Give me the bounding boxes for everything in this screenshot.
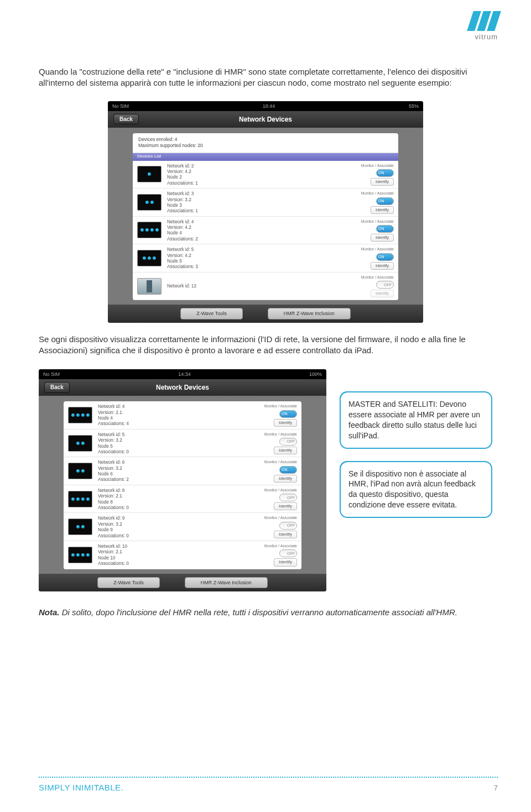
time-label: 14:34 — [178, 371, 191, 378]
device-icon — [137, 250, 162, 266]
note-paragraph: Nota. Di solito, dopo l'inclusione del H… — [39, 607, 492, 618]
monitor-label: Monitor / Associate — [361, 163, 394, 168]
devices-enrolled: Devices enroled: 4 — [138, 137, 393, 143]
callout-master-satelliti: MASTER and SATELLITI: Devono essere asso… — [340, 391, 492, 449]
carrier-label: No SIM — [112, 103, 129, 109]
device-meta: Network id: 12 — [167, 283, 361, 289]
bottom-toolbar: Z-Wave Tools HMR Z-Wave Inclusion — [108, 305, 423, 322]
device-controls: Monitor / AssociateOFFIdentify — [264, 543, 297, 567]
identify-button[interactable]: Identify — [371, 206, 394, 214]
brand-name: vitrum — [448, 32, 498, 42]
monitor-label: Monitor / Associate — [264, 432, 297, 437]
device-icon — [68, 518, 92, 535]
device-controls: Monitor / AssociateOFFIdentify — [264, 488, 297, 511]
monitor-label: Monitor / Associate — [264, 515, 297, 520]
device-icon — [137, 194, 162, 211]
info-header: Devices enroled: 4 Maximum supported nod… — [133, 133, 398, 153]
associate-toggle[interactable]: ON — [279, 410, 297, 418]
note-label: Nota. — [39, 607, 60, 617]
device-meta: Network id: 5Version: 4.2Node 5Associati… — [167, 247, 361, 269]
identify-button[interactable]: Identify — [274, 531, 297, 538]
device-row: Network id: 8Version: 2.1Node 8Associati… — [64, 485, 301, 514]
device-row: Network id: 12Monitor / AssociateOFFIden… — [133, 273, 398, 301]
identify-button[interactable]: Identify — [274, 558, 297, 566]
monitor-label: Monitor / Associate — [264, 488, 297, 493]
device-row: Network id: 9Version: 3.2Node 9Associati… — [64, 513, 301, 541]
screenshot-1: No SIM 18:44 55% Back Network Devices De… — [108, 101, 423, 323]
brand-logo: vitrum — [448, 11, 498, 42]
hmr-inclusion-button[interactable]: HMR Z-Wave Inclusion — [185, 577, 268, 588]
associate-toggle[interactable]: ON — [376, 197, 394, 205]
device-row: Network id: 6Version: 3.2Node 6Associati… — [64, 457, 301, 485]
device-controls: Monitor / AssociateONIdentify — [361, 247, 394, 270]
back-button[interactable]: Back — [113, 114, 139, 125]
identify-button[interactable]: Identify — [371, 262, 394, 270]
monitor-label: Monitor / Associate — [264, 404, 297, 408]
device-controls: Monitor / AssociateONIdentify — [264, 459, 297, 483]
associate-toggle[interactable]: OFF — [376, 281, 394, 289]
identify-button[interactable]: Identify — [274, 502, 297, 510]
zwave-tools-button[interactable]: Z-Wave Tools — [180, 308, 243, 319]
back-button[interactable]: Back — [44, 382, 70, 393]
identify-button[interactable]: Identify — [274, 447, 297, 454]
note-text: Di solito, dopo l'inclusione del HMR nel… — [60, 607, 457, 617]
device-controls: Monitor / AssociateONIdentify — [361, 191, 394, 214]
device-icon — [137, 222, 162, 238]
nav-title: Network Devices — [156, 383, 209, 392]
associate-toggle[interactable]: ON — [279, 466, 297, 474]
device-row: Network id: 3Version: 3.2Node 3Associati… — [133, 188, 398, 217]
time-label: 18:44 — [263, 103, 275, 109]
hmr-inclusion-button[interactable]: HMR Z-Wave Inclusion — [268, 308, 351, 319]
device-row: Network id: 5Version: 3.2Node 5Associati… — [64, 429, 301, 458]
callout-not-associated: Se il dispositivo non è associate al HMR… — [340, 461, 492, 518]
identify-button[interactable]: Identify — [274, 419, 297, 427]
monitor-label: Monitor / Associate — [361, 247, 394, 252]
monitor-label: Monitor / Associate — [264, 543, 297, 548]
intro-paragraph-2: Se ogni dispositivo visualizza correttam… — [39, 334, 492, 357]
device-row: Network id: 5Version: 4.2Node 5Associati… — [133, 244, 398, 273]
carrier-label: No SIM — [43, 371, 60, 378]
device-meta: Network id: 2Version: 4.2Node 2Associati… — [167, 163, 361, 186]
device-icon — [137, 166, 162, 182]
section-devices-list: Devices List — [133, 153, 398, 161]
associate-toggle[interactable]: ON — [376, 225, 394, 233]
nav-title: Network Devices — [239, 115, 292, 124]
page-footer: SIMPLY INIMITABLE. 7 — [39, 777, 498, 793]
zwave-tools-button[interactable]: Z-Wave Tools — [97, 577, 160, 588]
monitor-label: Monitor / Associate — [361, 275, 394, 280]
associate-toggle[interactable]: ON — [376, 169, 394, 177]
device-meta: Network id: 4Version: 2.1Node 4Associati… — [98, 404, 264, 426]
status-bar: No SIM 18:44 55% — [108, 101, 423, 111]
associate-toggle[interactable]: OFF — [279, 522, 297, 530]
associate-toggle[interactable]: OFF — [279, 494, 297, 501]
identify-button[interactable]: Identify — [371, 234, 394, 242]
bottom-toolbar: Z-Wave Tools HMR Z-Wave Inclusion — [39, 574, 326, 591]
device-row: Network id: 2Version: 4.2Node 2Associati… — [133, 161, 398, 189]
device-meta: Network id: 10Version: 2.1Node 10Associa… — [98, 543, 264, 566]
device-meta: Network id: 8Version: 2.1Node 8Associati… — [98, 488, 264, 510]
device-controls: Monitor / AssociateONIdentify — [361, 163, 394, 186]
device-icon — [68, 463, 92, 479]
device-meta: Network id: 6Version: 3.2Node 6Associati… — [98, 459, 264, 482]
identify-button[interactable]: Identify — [371, 178, 394, 186]
page-number: 7 — [494, 783, 498, 793]
device-icon — [68, 547, 92, 563]
nav-bar: Back Network Devices — [39, 379, 326, 396]
screenshot-2: No SIM 14:34 100% Back Network Devices N… — [39, 369, 326, 591]
device-row: Network id: 4Version: 4.2Node 4Associati… — [133, 217, 398, 245]
device-controls: Monitor / AssociateOFFIdentify — [264, 432, 297, 455]
associate-toggle[interactable]: ON — [376, 253, 394, 261]
device-meta: Network id: 5Version: 3.2Node 5Associati… — [98, 432, 264, 454]
identify-button: Identify — [371, 290, 394, 297]
associate-toggle[interactable]: OFF — [279, 549, 297, 557]
status-bar: No SIM 14:34 100% — [39, 369, 326, 379]
device-icon — [68, 407, 92, 423]
associate-toggle[interactable]: OFF — [279, 438, 297, 446]
device-row: Network id: 4Version: 2.1Node 4Associati… — [64, 401, 301, 429]
nav-bar: Back Network Devices — [108, 111, 423, 128]
monitor-label: Monitor / Associate — [361, 219, 394, 224]
monitor-label: Monitor / Associate — [264, 459, 297, 464]
device-meta: Network id: 4Version: 4.2Node 4Associati… — [167, 219, 361, 242]
device-meta: Network id: 3Version: 3.2Node 3Associati… — [167, 191, 361, 213]
identify-button[interactable]: Identify — [274, 475, 297, 483]
